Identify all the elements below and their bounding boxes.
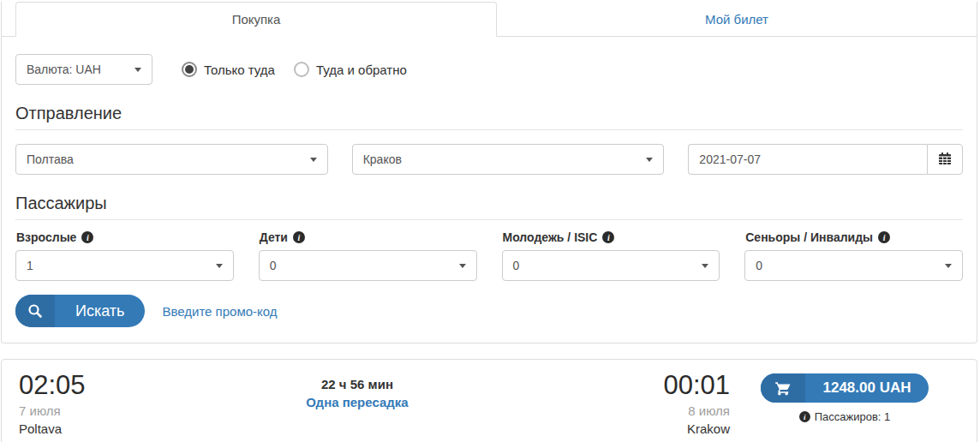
calendar-button[interactable] (927, 144, 963, 175)
tab-purchase-label: Покупка (232, 12, 281, 27)
arrival-date: 8 июля (511, 403, 730, 418)
arrival-time: 00:01 (511, 370, 730, 401)
to-city-select[interactable]: Краков (352, 144, 665, 175)
field-label-text: Взрослые (16, 230, 76, 244)
field-label-text: Сеньоры / Инвалиды (745, 230, 873, 244)
tab-my-ticket-label: Мой билет (705, 12, 768, 27)
info-icon: i (799, 411, 810, 422)
field-label-text: Молодежь / ISIC (503, 230, 598, 244)
search-button[interactable]: Искать (15, 295, 145, 327)
chevron-down-icon (216, 264, 223, 268)
radio-round-trip[interactable]: Туда и обратно (294, 62, 407, 77)
info-icon: i (293, 231, 305, 243)
trip-summary: 22 ч 56 мин Одна пересадка (203, 370, 511, 436)
departure-date: 7 июля (19, 403, 203, 418)
passengers-note: i Пассажиров: 1 (799, 410, 891, 423)
field-label: Взрослые i (16, 230, 234, 244)
field-label-text: Дети (260, 230, 288, 244)
radio-unselected-icon (294, 62, 309, 77)
date-input[interactable] (688, 144, 927, 175)
info-icon: i (81, 231, 93, 243)
chevron-down-icon (134, 68, 141, 72)
seniors-count-select[interactable]: 0 (744, 250, 963, 281)
passengers-note-text: Пассажиров: 1 (815, 410, 891, 423)
seniors-count-value: 0 (756, 259, 762, 272)
tab-bar: Покупка Мой билет (2, 2, 977, 37)
info-icon: i (878, 231, 890, 243)
price-section: 1248.00 UAH i Пассажиров: 1 (730, 370, 959, 436)
tab-my-ticket[interactable]: Мой билет (497, 2, 977, 36)
ride-result-card: 02:05 7 июля Poltava 22 ч 56 мин Одна пе… (1, 359, 977, 442)
passengers-row: Взрослые i 1 Дети i 0 (15, 230, 963, 281)
calendar-icon (938, 152, 952, 168)
from-city-value: Полтава (27, 152, 74, 166)
passenger-field-seniors: Сеньоры / Инвалиды i 0 (744, 230, 963, 281)
purchase-form: Валюта: UAH Только туда Туда и обратно О… (2, 37, 977, 343)
youth-count-value: 0 (513, 259, 520, 272)
chevron-down-icon (702, 264, 708, 268)
radio-selected-icon (182, 62, 197, 77)
route-fields-row: Полтава Краков (15, 144, 963, 175)
trip-type-radio-group: Только туда Туда и обратно (182, 62, 407, 77)
to-city-value: Краков (363, 152, 402, 166)
divider (15, 129, 963, 130)
adults-count-select[interactable]: 1 (15, 250, 234, 281)
departure-time: 02:05 (19, 370, 203, 401)
departure-heading: Отправление (15, 104, 963, 122)
passenger-field-youth: Молодежь / ISIC i 0 (502, 230, 720, 281)
radio-one-way[interactable]: Только туда (182, 62, 275, 77)
price-label: 1248.00 UAH (805, 373, 928, 403)
departure-info: 02:05 7 июля Poltava (19, 370, 203, 436)
passenger-field-children: Дети i 0 (259, 230, 477, 281)
info-icon: i (602, 231, 614, 243)
arrival-city: Krakow (511, 421, 730, 436)
transfers-link[interactable]: Одна пересадка (203, 395, 511, 409)
search-row: Искать Введите промо-код (15, 295, 963, 327)
trip-duration: 22 ч 56 мин (203, 377, 511, 391)
divider (15, 219, 963, 220)
purchase-panel: Покупка Мой билет Валюта: UAH Только туд… (1, 2, 977, 343)
radio-one-way-label: Только туда (204, 63, 275, 77)
chevron-down-icon (459, 264, 466, 268)
currency-select[interactable]: Валюта: UAH (15, 54, 152, 85)
search-icon (15, 295, 55, 327)
tab-purchase[interactable]: Покупка (15, 2, 497, 37)
chevron-down-icon (945, 264, 952, 268)
date-input-group (688, 144, 963, 175)
promo-code-link[interactable]: Введите промо-код (162, 304, 277, 319)
trip-options-row: Валюта: UAH Только туда Туда и обратно (15, 54, 963, 85)
passengers-heading: Пассажиры (15, 194, 963, 212)
buy-ticket-button[interactable]: 1248.00 UAH (761, 373, 928, 403)
adults-count-value: 1 (27, 259, 33, 272)
field-label: Сеньоры / Инвалиды i (745, 230, 963, 244)
search-button-label: Искать (55, 295, 145, 327)
from-city-select[interactable]: Полтава (15, 144, 328, 175)
chevron-down-icon (646, 158, 653, 162)
radio-round-trip-label: Туда и обратно (316, 63, 407, 77)
youth-count-select[interactable]: 0 (502, 250, 720, 281)
field-label: Молодежь / ISIC i (503, 230, 720, 244)
field-label: Дети i (260, 230, 477, 244)
chevron-down-icon (310, 158, 317, 162)
children-count-select[interactable]: 0 (259, 250, 477, 281)
children-count-value: 0 (270, 259, 277, 272)
arrival-info: 00:01 8 июля Krakow (511, 370, 730, 436)
passenger-field-adults: Взрослые i 1 (15, 230, 234, 281)
departure-city: Poltava (19, 421, 203, 436)
currency-select-value: Валюта: UAH (27, 63, 101, 76)
booking-page: Покупка Мой билет Валюта: UAH Только туд… (0, 0, 978, 442)
cart-icon (761, 373, 805, 403)
